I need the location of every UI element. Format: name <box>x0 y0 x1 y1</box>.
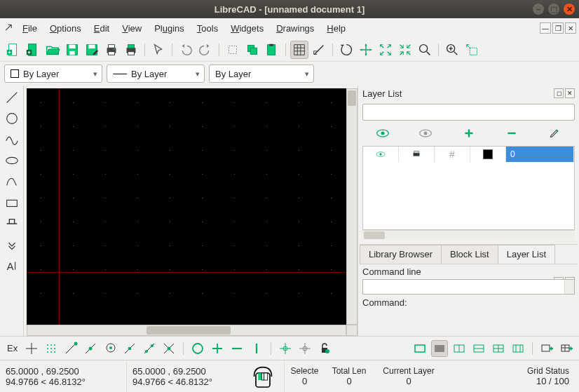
remove-layer-button[interactable] <box>503 126 521 140</box>
layer-print-cell[interactable] <box>399 147 435 162</box>
minimize-button[interactable]: – <box>533 4 544 15</box>
panel-float-button[interactable]: ◻ <box>554 88 564 98</box>
cut-button[interactable] <box>224 41 242 59</box>
mdi-restore[interactable]: ❐ <box>552 22 564 34</box>
view1-button[interactable] <box>411 340 428 357</box>
save-button[interactable] <box>63 41 81 59</box>
view3-button[interactable] <box>451 340 468 357</box>
open-button[interactable] <box>43 41 62 59</box>
tab-library[interactable]: Library Browser <box>360 245 442 264</box>
zoom-redraw-button[interactable] <box>337 41 355 59</box>
panel-tabs: Library Browser Block List Layer List <box>360 244 578 264</box>
zoom-pan-button[interactable] <box>357 41 375 59</box>
new-file-button[interactable] <box>4 41 22 59</box>
zoom-in-button[interactable] <box>443 41 461 59</box>
snap-intersection-button[interactable] <box>161 340 177 357</box>
print-preview-button[interactable] <box>122 41 140 59</box>
tab-layers[interactable]: Layer List <box>498 245 555 264</box>
hide-all-layers-button[interactable] <box>416 126 435 140</box>
chevron-down-icon[interactable] <box>3 236 21 254</box>
layer-row[interactable]: # 0 <box>363 147 574 162</box>
view5-button[interactable] <box>490 340 507 357</box>
linewidth-combo[interactable]: By Layer <box>107 65 205 83</box>
zoom-window-button[interactable] <box>416 41 434 59</box>
menu-edit[interactable]: Edit <box>88 20 115 36</box>
snap-on-entity-button[interactable] <box>82 340 99 357</box>
layer-table[interactable]: # 0 <box>362 146 575 230</box>
command-history[interactable] <box>362 279 575 295</box>
view4-button[interactable] <box>470 340 487 357</box>
line-tool[interactable] <box>3 88 21 107</box>
restrict-orthogonal-button[interactable] <box>209 340 226 357</box>
cmd-vscroll[interactable] <box>564 280 574 294</box>
rectangle-tool[interactable] <box>3 194 21 212</box>
menu-options[interactable]: Options <box>44 20 87 36</box>
menu-file[interactable]: FFileile <box>17 20 43 36</box>
edit-layer-button[interactable] <box>545 126 564 140</box>
layer-color-cell[interactable] <box>470 147 506 162</box>
unlock-relative-zero-button[interactable] <box>316 340 333 357</box>
mdi-close[interactable]: ✕ <box>565 22 576 34</box>
layer-name-cell[interactable]: 0 <box>506 147 574 162</box>
restrict-horizontal-button[interactable] <box>229 340 245 357</box>
cursor-button[interactable] <box>149 41 168 59</box>
panel-close-button[interactable]: ✕ <box>565 88 575 98</box>
zoom-previous-button[interactable] <box>396 41 414 59</box>
menu-view[interactable]: View <box>116 20 147 36</box>
layer-visible-cell[interactable] <box>363 147 399 162</box>
app-menu-icon[interactable] <box>3 19 15 37</box>
color-combo[interactable]: By Layer <box>4 65 102 83</box>
horizontal-scrollbar[interactable] <box>27 325 346 336</box>
redo-button[interactable] <box>196 41 214 59</box>
snap-distance-button[interactable] <box>141 340 158 357</box>
view6-button[interactable] <box>510 340 526 357</box>
layer-hscroll[interactable] <box>362 230 575 240</box>
show-all-layers-button[interactable] <box>374 126 392 140</box>
text-tool[interactable]: A <box>3 257 21 275</box>
snap-middle-button[interactable] <box>121 340 138 357</box>
relative-zero-button[interactable] <box>277 340 294 357</box>
left-tool-palette: A <box>0 86 24 336</box>
linetype-combo[interactable]: By Layer <box>209 65 314 83</box>
curve-tool[interactable] <box>3 130 21 149</box>
circle-tool[interactable] <box>3 109 21 128</box>
ellipse-tool[interactable] <box>3 151 21 170</box>
menu-help[interactable]: Help <box>321 20 351 36</box>
polyline-tool[interactable] <box>3 173 21 191</box>
restrict-nothing-button[interactable] <box>189 340 206 357</box>
grid-toggle-button[interactable] <box>290 41 308 59</box>
layer-filter-input[interactable] <box>362 104 575 121</box>
copy-button[interactable] <box>243 41 261 59</box>
lock-relative-zero-button[interactable] <box>297 340 313 357</box>
close-button[interactable]: ✕ <box>564 4 575 15</box>
snap-center-button[interactable] <box>102 340 118 357</box>
print-button[interactable] <box>102 41 121 59</box>
menu-tools[interactable]: Tools <box>191 20 224 36</box>
add-view-grid-button[interactable] <box>558 340 575 357</box>
menu-drawings[interactable]: Drawings <box>271 20 320 36</box>
mdi-minimize[interactable]: — <box>540 22 551 34</box>
snap-endpoint-button[interactable] <box>62 340 79 357</box>
mtext-tool[interactable] <box>3 215 21 233</box>
vertical-scrollbar[interactable] <box>346 88 357 325</box>
tab-blocks[interactable]: Block List <box>441 245 498 264</box>
snap-free-button[interactable] <box>23 340 40 357</box>
save-as-button[interactable] <box>83 41 101 59</box>
paste-button[interactable] <box>263 41 281 59</box>
restrict-vertical-button[interactable] <box>248 340 265 357</box>
undo-button[interactable] <box>177 41 195 59</box>
add-layer-button[interactable] <box>460 126 478 140</box>
view2-button[interactable] <box>431 340 448 357</box>
menu-widgets[interactable]: Widgets <box>225 20 269 36</box>
menu-plugins[interactable]: Plugins <box>149 20 190 36</box>
zoom-select-button[interactable] <box>463 41 481 59</box>
snap-grid-button[interactable] <box>43 340 60 357</box>
zoom-auto-button[interactable] <box>376 41 395 59</box>
new-from-template-button[interactable] <box>24 41 42 59</box>
add-view-button[interactable] <box>538 340 555 357</box>
layer-lock-cell[interactable]: # <box>435 147 470 162</box>
drawing-canvas[interactable] <box>27 88 346 325</box>
maximize-button[interactable]: ⬚ <box>548 4 559 15</box>
draft-mode-button[interactable] <box>310 41 328 59</box>
ex-label[interactable]: Ex <box>4 343 20 353</box>
